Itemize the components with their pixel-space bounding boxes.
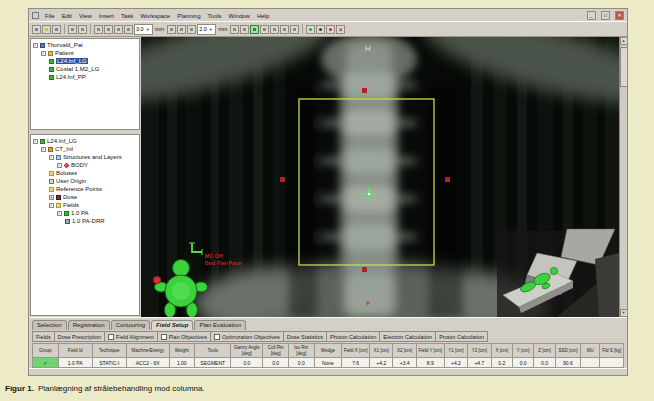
point-tool-icon[interactable]: [290, 25, 299, 34]
new-document-icon[interactable]: [32, 25, 41, 34]
cell-y2[interactable]: +4.7: [468, 358, 491, 368]
checkbox-icon[interactable]: [108, 334, 114, 340]
scroll-up-icon[interactable]: ▲: [620, 37, 628, 45]
tab-registration[interactable]: Registration: [68, 320, 110, 330]
reject-status-icon[interactable]: [326, 25, 335, 34]
cell-iso-rtn[interactable]: 0.0: [288, 358, 314, 368]
subtab-optimization-objectives[interactable]: Optimization Objectives: [210, 331, 284, 342]
contour-tool-icon[interactable]: [280, 25, 289, 34]
cell-gantry-angle[interactable]: 0.0: [231, 358, 263, 368]
expander-icon[interactable]: [49, 195, 54, 200]
tree-node-plan-selected[interactable]: L24.Inf_LG: [32, 57, 138, 65]
cell-field-x[interactable]: 7.6: [342, 358, 370, 368]
expander-icon[interactable]: [49, 155, 54, 160]
subtab-fields[interactable]: Fields: [32, 331, 55, 342]
tree-node-patient-root[interactable]: Thorvald_Pat: [32, 41, 138, 49]
save-icon[interactable]: [52, 25, 61, 34]
expander-icon[interactable]: [41, 147, 46, 152]
expander-icon[interactable]: [33, 139, 38, 144]
menu-workspace[interactable]: Workspace: [139, 13, 171, 19]
cell-technique[interactable]: STATIC-I: [92, 358, 126, 368]
scrollbar-thumb[interactable]: [620, 47, 628, 87]
tab-contouring[interactable]: Contouring: [111, 320, 150, 330]
info-status-icon[interactable]: [316, 25, 325, 34]
expander-icon[interactable]: [57, 211, 62, 216]
approve-status-icon[interactable]: [306, 25, 315, 34]
jaw-handle-right[interactable]: [445, 177, 450, 182]
cell-wedge[interactable]: None: [314, 358, 342, 368]
grid-spacing-combo[interactable]: 2.0 ▼: [197, 24, 216, 35]
ruler-icon[interactable]: [124, 25, 133, 34]
cell-mu[interactable]: [581, 358, 600, 368]
tree-node-fields[interactable]: Fields: [32, 201, 138, 209]
field-shaper-icon[interactable]: [230, 25, 239, 34]
print-icon[interactable]: [68, 25, 77, 34]
rotate-view-icon[interactable]: [260, 25, 269, 34]
cell-group[interactable]: ✓: [33, 358, 59, 368]
tree-node-ct[interactable]: CT_Inf: [32, 145, 138, 153]
tree-node-plan[interactable]: Costal 1.M2_LG: [32, 65, 138, 73]
menu-insert[interactable]: Insert: [98, 13, 115, 19]
scroll-down-icon[interactable]: ▼: [620, 309, 628, 317]
menu-window[interactable]: Window: [228, 13, 251, 19]
zoom-out-icon[interactable]: [104, 25, 113, 34]
subtab-proton-calculation[interactable]: Proton Calculation: [435, 331, 488, 342]
cell-coll-rtn[interactable]: 0.0: [263, 358, 289, 368]
tree-node-structures[interactable]: Structures and Layers: [32, 153, 138, 161]
tree-node-plan-root[interactable]: L24.Inf_LG: [32, 137, 138, 145]
expander-icon[interactable]: [49, 203, 54, 208]
expander-icon[interactable]: [41, 51, 46, 56]
table-row[interactable]: ✓ 1.0 PA STATIC-I ACC2 - 6X 1.00 SEGMENT…: [33, 358, 624, 368]
menu-planning[interactable]: Planning: [176, 13, 201, 19]
slice-spacing-combo[interactable]: 3.0 ▼: [134, 24, 153, 35]
window-level-icon[interactable]: [167, 25, 176, 34]
jaw-handle-left[interactable]: [280, 177, 285, 182]
tree-node-reference-points[interactable]: Reference Points: [32, 185, 138, 193]
menu-task[interactable]: Task: [120, 13, 134, 19]
measure-tool-icon[interactable]: [187, 25, 196, 34]
cell-field-id[interactable]: 1.0 PA: [58, 358, 92, 368]
jaw-handle-top[interactable]: [362, 88, 367, 93]
isocenter-tool-icon[interactable]: [250, 25, 259, 34]
subtab-electron-calculation[interactable]: Electron Calculation: [379, 331, 436, 342]
tree-node-field-pa[interactable]: 1.0 PA: [32, 209, 138, 217]
maximize-button[interactable]: □: [601, 11, 610, 20]
draw-structure-icon[interactable]: [270, 25, 279, 34]
close-plan-icon[interactable]: [336, 25, 345, 34]
cell-x[interactable]: 0.2: [491, 358, 512, 368]
tree-node-body[interactable]: BODY: [32, 161, 138, 169]
subtab-photon-calculation[interactable]: Photon Calculation: [326, 331, 380, 342]
cell-y[interactable]: 0.0: [512, 358, 533, 368]
tree-node-dose[interactable]: Dose: [32, 193, 138, 201]
tab-field-setup[interactable]: Field Setup: [151, 320, 193, 330]
pan-hand-icon[interactable]: [114, 25, 123, 34]
menu-help[interactable]: Help: [256, 13, 270, 19]
checkbox-icon[interactable]: [161, 334, 167, 340]
cell-ssd[interactable]: 90.6: [555, 358, 581, 368]
subtab-dose-prescription[interactable]: Dose Prescription: [54, 331, 105, 342]
zoom-in-icon[interactable]: [94, 25, 103, 34]
minimize-button[interactable]: _: [587, 11, 596, 20]
cell-x1[interactable]: +4.2: [370, 358, 393, 368]
cell-field-y[interactable]: 8.9: [416, 358, 444, 368]
cell-tools[interactable]: SEGMENT: [195, 358, 231, 368]
cell-machine-energy[interactable]: ACC2 - 6X: [126, 358, 169, 368]
cell-y1[interactable]: +4.2: [444, 358, 467, 368]
subtab-field-alignment[interactable]: Field Alignment: [104, 331, 158, 342]
menu-file[interactable]: File: [44, 13, 56, 19]
checkbox-icon[interactable]: [214, 334, 220, 340]
pointer-tool-icon[interactable]: [240, 25, 249, 34]
subtab-dose-statistics[interactable]: Dose Statistics: [283, 331, 327, 342]
menu-tools[interactable]: Tools: [207, 13, 223, 19]
close-button[interactable]: ✕: [615, 11, 624, 20]
subtab-plan-objectives[interactable]: Plan Objectives: [157, 331, 211, 342]
viewport-scrollbar[interactable]: ▲ ▼: [619, 37, 627, 317]
insert-field-icon[interactable]: [78, 25, 87, 34]
cell-x2[interactable]: +3.4: [393, 358, 416, 368]
open-patient-icon[interactable]: [42, 25, 51, 34]
cell-weight[interactable]: 1.00: [169, 358, 195, 368]
tab-plan-evaluation[interactable]: Plan Evaluation: [194, 320, 246, 330]
drr-viewport[interactable]: MC Off Bed Flat-Pane H F: [141, 37, 619, 317]
visibility-icon[interactable]: [57, 163, 62, 168]
tree-node-user-origin[interactable]: User Origin: [32, 177, 138, 185]
